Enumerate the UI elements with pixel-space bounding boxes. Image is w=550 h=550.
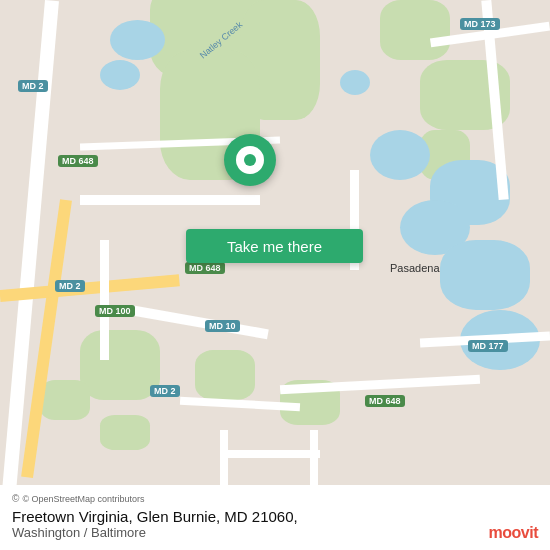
road-label-md2-top: MD 2 (18, 80, 48, 92)
water-body (110, 20, 165, 60)
road-label-md2-bot: MD 2 (150, 385, 180, 397)
road-label-md173: MD 173 (460, 18, 500, 30)
pin-background (224, 134, 276, 186)
green-area (100, 415, 150, 450)
copyright-text: © OpenStreetMap contributors (22, 494, 144, 504)
road-label-md648-mid: MD 648 (185, 262, 225, 274)
road (100, 240, 109, 360)
copyright-line: © © OpenStreetMap contributors (12, 493, 538, 504)
moovit-logo: moovit (489, 524, 538, 542)
water-body (100, 60, 140, 90)
water-body (440, 240, 530, 310)
road-label-md648-bot: MD 648 (365, 395, 405, 407)
map-pin (220, 130, 280, 190)
green-area (195, 350, 255, 400)
road-label-md10: MD 10 (205, 320, 240, 332)
map-container: Natley Creek MD 2 MD 648 MD 2 MD 100 MD … (0, 0, 550, 550)
green-area (40, 380, 90, 420)
road (280, 375, 480, 394)
road-label-md177: MD 177 (468, 340, 508, 352)
take-me-there-button[interactable]: Take me there (186, 229, 363, 263)
green-area (80, 330, 160, 400)
road (220, 450, 320, 458)
pin-inner (236, 146, 264, 174)
road-label-md648-top: MD 648 (58, 155, 98, 167)
location-sub: Washington / Baltimore (12, 525, 538, 540)
water-body (340, 70, 370, 95)
road (80, 195, 260, 205)
water-body (370, 130, 430, 180)
bottom-bar: © © OpenStreetMap contributors Freetown … (0, 485, 550, 550)
map-background (0, 0, 550, 550)
pin-dot (244, 154, 256, 166)
road-label-md2-mid: MD 2 (55, 280, 85, 292)
copyright-circle: © (12, 493, 19, 504)
place-label-pasadena: Pasadena (390, 262, 440, 274)
moovit-text: moovit (489, 524, 538, 542)
location-name: Freetown Virginia, Glen Burnie, MD 21060… (12, 508, 538, 525)
green-area (380, 0, 450, 60)
road-label-md100: MD 100 (95, 305, 135, 317)
